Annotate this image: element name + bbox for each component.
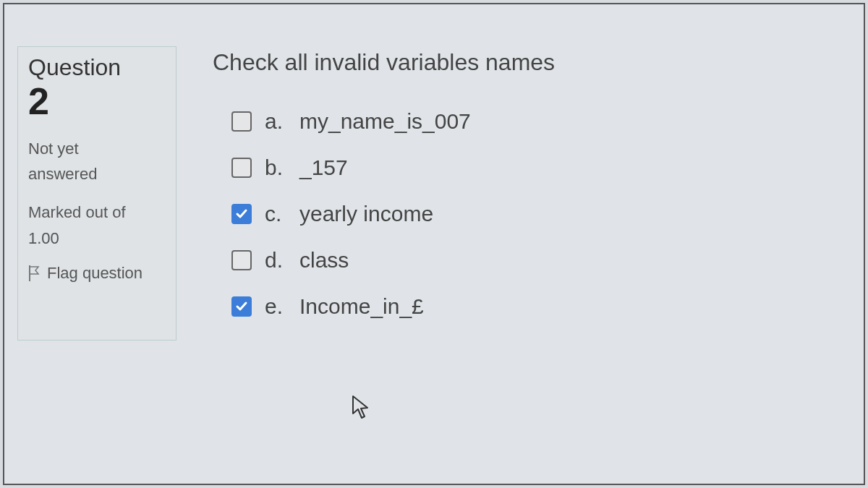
flag-question-link[interactable]: Flag question xyxy=(28,264,166,283)
checkbox-c[interactable] xyxy=(231,204,252,224)
answer-letter: d. xyxy=(265,248,286,273)
question-info-panel: Question 2 Not yet answered Marked out o… xyxy=(17,46,176,341)
answer-status: Not yet answered xyxy=(28,136,166,187)
answer-option-a: a. my_name_is_007 xyxy=(231,109,851,134)
answer-option-b: b. _157 xyxy=(231,155,851,180)
answer-text: _157 xyxy=(299,155,348,180)
status-line-1: Not yet xyxy=(28,136,166,161)
answer-letter: b. xyxy=(265,155,286,180)
answer-option-d: d. class xyxy=(231,248,851,273)
answer-text: Income_in_£ xyxy=(299,294,424,319)
checkbox-e[interactable] xyxy=(231,296,252,317)
answer-letter: e. xyxy=(265,294,286,319)
question-content: Check all invalid variables names a. my_… xyxy=(213,46,851,341)
answer-option-c: c. yearly income xyxy=(231,202,851,226)
checkbox-b[interactable] xyxy=(231,158,252,178)
cursor-icon xyxy=(352,395,372,421)
marked-line-2: 1.00 xyxy=(28,226,166,251)
question-label: Question xyxy=(28,54,166,81)
status-line-2: answered xyxy=(28,161,166,187)
answer-list: a. my_name_is_007 b. _157 c. yearly inco… xyxy=(213,109,851,319)
answer-letter: c. xyxy=(265,202,286,226)
question-number: 2 xyxy=(28,82,166,120)
answer-text: yearly income xyxy=(299,202,433,226)
answer-option-e: e. Income_in_£ xyxy=(231,294,851,319)
flag-label: Flag question xyxy=(47,264,142,283)
answer-text: my_name_is_007 xyxy=(299,109,471,134)
checkbox-d[interactable] xyxy=(231,250,252,270)
marks-info: Marked out of 1.00 xyxy=(28,200,166,250)
marked-line-1: Marked out of xyxy=(28,200,166,225)
answer-text: class xyxy=(299,248,349,273)
question-prompt: Check all invalid variables names xyxy=(213,49,851,76)
flag-icon xyxy=(28,265,41,281)
answer-letter: a. xyxy=(265,109,286,134)
checkbox-a[interactable] xyxy=(231,111,252,132)
